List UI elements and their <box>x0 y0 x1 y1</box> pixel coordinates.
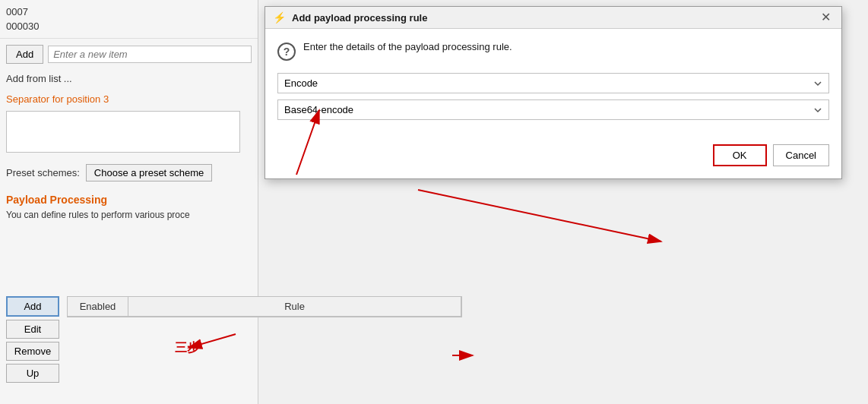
payload-action-buttons: Add Edit Remove Up <box>6 296 59 383</box>
three-step-label: 三步 <box>175 340 199 356</box>
dialog-cancel-button[interactable]: Cancel <box>773 144 829 166</box>
preset-scheme-button[interactable]: Choose a preset scheme <box>86 164 213 181</box>
add-item-button[interactable]: Add <box>6 45 43 64</box>
new-item-input[interactable] <box>48 46 252 63</box>
encode-method-row: Base64-encode Base64-decode URL-encode U… <box>277 99 829 120</box>
payload-heading: Payload Processing <box>0 188 258 209</box>
dialog-title: Add payload processing rule <box>292 12 812 24</box>
up-rule-button[interactable]: Up <box>6 364 59 383</box>
list-items-container: 0007 000030 <box>0 0 258 38</box>
add-rule-button[interactable]: Add <box>6 296 59 317</box>
info-icon: ? <box>277 43 296 61</box>
payload-description: You can define rules to perform various … <box>0 209 258 222</box>
add-from-list-link[interactable]: Add from list ... <box>0 70 258 87</box>
dialog-info-text: Enter the details of the payload process… <box>303 41 512 52</box>
list-item: 0007 <box>6 5 252 19</box>
list-item: 000030 <box>6 19 252 33</box>
edit-rule-button[interactable]: Edit <box>6 320 59 339</box>
col-header-rule: Rule <box>128 297 461 316</box>
col-header-enabled: Enabled <box>68 297 128 316</box>
separator-label: Separator for position 3 <box>0 87 258 108</box>
encode-method-select[interactable]: Base64-encode Base64-decode URL-encode U… <box>277 99 829 120</box>
dialog-title-icon: ⚡ <box>273 11 286 24</box>
svg-line-5 <box>418 190 661 241</box>
remove-rule-button[interactable]: Remove <box>6 342 59 361</box>
dialog-buttons: OK Cancel <box>277 138 829 166</box>
add-rule-dialog: ⚡ Add payload processing rule ✕ ? Enter … <box>265 6 842 179</box>
encode-type-select[interactable]: Encode Decode Hash Custom <box>277 73 829 93</box>
dialog-close-button[interactable]: ✕ <box>818 11 834 24</box>
separator-textarea[interactable] <box>6 111 240 153</box>
add-row: Add <box>0 38 258 70</box>
table-header: Enabled Rule <box>68 297 461 317</box>
preset-row: Preset schemes: Choose a preset scheme <box>0 158 258 188</box>
encode-type-row: Encode Decode Hash Custom <box>277 73 829 93</box>
preset-label: Preset schemes: <box>6 167 80 178</box>
dialog-titlebar: ⚡ Add payload processing rule ✕ <box>265 7 841 29</box>
dialog-body: ? Enter the details of the payload proce… <box>265 29 841 178</box>
dialog-info-row: ? Enter the details of the payload proce… <box>277 41 829 61</box>
rules-table: Enabled Rule <box>67 296 462 317</box>
dialog-ok-button[interactable]: OK <box>713 144 767 166</box>
